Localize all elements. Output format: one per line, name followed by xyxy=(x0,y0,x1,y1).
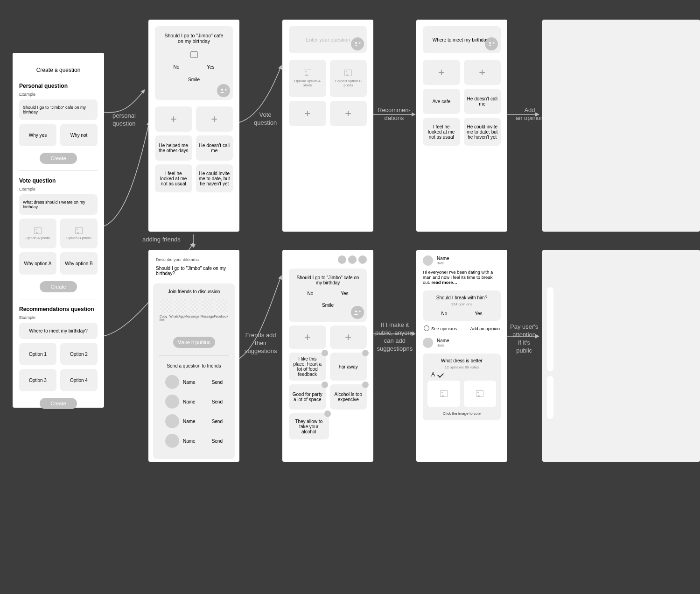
vote-smile[interactable]: Smile xyxy=(160,77,228,82)
reason-card: I feel he looked at me not as usual xyxy=(155,164,192,192)
option-a-letter: A xyxy=(431,371,435,378)
option-b-photo[interactable]: Option B photo xyxy=(66,236,91,240)
add-friends-fab[interactable] xyxy=(351,37,364,50)
avatar xyxy=(165,395,179,409)
example-label: Example xyxy=(19,187,98,191)
create-button[interactable]: Create xyxy=(40,398,77,409)
send-button[interactable]: Send xyxy=(212,399,223,404)
user-name: Name xyxy=(437,338,449,343)
suggestion-card: Good for party a lot of space xyxy=(289,384,326,410)
add-suggestion[interactable]: + xyxy=(289,325,326,349)
vote-no[interactable]: No xyxy=(173,64,179,70)
frame-add-opinion-cut xyxy=(542,20,700,232)
vote-hint: Click the image to vote xyxy=(427,411,496,416)
vote-no[interactable]: No xyxy=(441,311,447,316)
why-not[interactable]: Why not xyxy=(60,124,98,146)
vote-yes[interactable]: Yes xyxy=(341,291,348,296)
option-card: I feel he looked at me not as usual xyxy=(423,118,460,146)
option-1[interactable]: Option 1 xyxy=(19,343,56,365)
friend-name: Name xyxy=(183,399,196,404)
add-reason[interactable]: + xyxy=(196,106,233,132)
option-card: He could invite me to date, but he haven… xyxy=(464,118,501,146)
author-dot xyxy=(362,382,369,388)
frame-create-question: Create a question Personal question Exam… xyxy=(13,53,104,408)
author-dot xyxy=(322,350,328,356)
suggestion-card: They allow to take your alcohol xyxy=(289,413,329,439)
add-friends-fab[interactable] xyxy=(351,306,364,319)
frame-personal-question: Should I go to "Jimbo" cafe on my birthd… xyxy=(148,20,239,232)
vote-no[interactable]: No xyxy=(307,291,313,296)
why-yes[interactable]: Why yes xyxy=(19,124,56,146)
vote-smile[interactable]: Smile xyxy=(294,303,362,308)
friend-row: NameSend xyxy=(156,392,232,411)
share-label: Message xyxy=(201,315,214,321)
arrow-label-adding-friends: adding friends xyxy=(142,236,181,244)
vote-yes[interactable]: Yes xyxy=(475,311,482,316)
send-header: Send a question to friends xyxy=(156,363,232,368)
friend-name: Name xyxy=(183,438,196,444)
poll-question: What dress is better xyxy=(427,358,496,363)
add-opinion-button[interactable]: Add an opinion xyxy=(470,326,500,331)
make-public-button[interactable]: Make it publuc xyxy=(173,337,215,348)
friend-name: Name xyxy=(183,380,196,385)
frame-vote-question: Enter your question Upload option A phot… xyxy=(282,20,373,232)
add-reason[interactable]: + xyxy=(155,106,192,132)
poll-stats: 12 opinions 89 votes xyxy=(427,365,496,369)
see-opinions-button[interactable]: See opinions xyxy=(424,325,457,331)
svg-point-6 xyxy=(355,42,357,44)
option-2[interactable]: Option 2 xyxy=(60,343,98,365)
add-suggestion[interactable]: + xyxy=(330,325,367,349)
join-friends-label: Join friends to discussion xyxy=(156,289,232,294)
add-option[interactable]: + xyxy=(464,60,501,85)
read-more-link[interactable]: read more… xyxy=(432,280,457,285)
add-reason[interactable]: + xyxy=(289,101,326,126)
page-title: Create a question xyxy=(13,53,104,83)
why-option-b[interactable]: Why option B xyxy=(60,252,98,275)
arrow-label-vote: Votequestion xyxy=(254,111,277,127)
arrow-label-pay-attention: Pay user'sattentionif it'spublic xyxy=(510,323,538,355)
vote-image-b[interactable] xyxy=(464,381,497,407)
share-row xyxy=(156,299,232,313)
upload-b[interactable]: Upload option B photo xyxy=(333,79,364,87)
upload-a[interactable]: Upload option A photo xyxy=(292,79,323,87)
vote-yes[interactable]: Yes xyxy=(207,64,214,70)
friend-name: Name xyxy=(183,419,196,424)
add-friends-fab[interactable] xyxy=(217,84,230,97)
personal-heading: Personal question xyxy=(19,83,98,89)
add-friends-fab[interactable] xyxy=(485,37,498,50)
create-button[interactable]: Create xyxy=(40,281,77,292)
author-dot xyxy=(324,410,331,417)
share-messanger[interactable] xyxy=(189,299,200,313)
share-whatsapp[interactable] xyxy=(175,299,186,313)
post-date: date xyxy=(437,343,449,347)
question-text: Should I go to "Jimbo" cafe on my birthd… xyxy=(294,275,362,285)
why-option-a[interactable]: Why option A xyxy=(19,252,56,275)
add-reason[interactable]: + xyxy=(330,101,367,126)
dilemma-text[interactable]: Should I go to "Jimbo" cafe on my birthd… xyxy=(156,266,232,276)
send-button[interactable]: Send xyxy=(212,419,223,424)
question-text: Should I go to "Jimbo" cafe on my birthd… xyxy=(160,33,228,44)
question-input[interactable]: Enter your question xyxy=(306,37,350,42)
vote-image-a[interactable] xyxy=(427,381,460,407)
send-button[interactable]: Send xyxy=(212,438,223,444)
avatar xyxy=(165,434,179,448)
option-a-photo[interactable]: Option A photo xyxy=(26,236,50,240)
image-icon xyxy=(440,390,448,397)
share-facebook[interactable] xyxy=(216,299,227,313)
question-text: Where to meet my birthday? xyxy=(433,37,491,42)
frame-feed-cut xyxy=(542,250,700,462)
reason-card: He helped me the other days xyxy=(155,135,192,161)
option-4[interactable]: Option 4 xyxy=(60,369,98,391)
share-label: Facebook xyxy=(214,315,228,321)
create-button[interactable]: Create xyxy=(40,153,77,164)
share-copy-link[interactable] xyxy=(161,299,172,313)
add-option[interactable]: + xyxy=(423,60,460,85)
share-message[interactable] xyxy=(202,299,213,313)
example-question: Should I go to "Jimbo" cafe on my birthd… xyxy=(19,99,98,120)
arrow-label-personal: personalquestion xyxy=(112,112,136,128)
cutoff-card xyxy=(547,287,553,371)
svg-point-5 xyxy=(221,89,223,91)
send-button[interactable]: Send xyxy=(212,380,223,385)
option-3[interactable]: Option 3 xyxy=(19,369,56,391)
map-icon xyxy=(190,51,198,58)
